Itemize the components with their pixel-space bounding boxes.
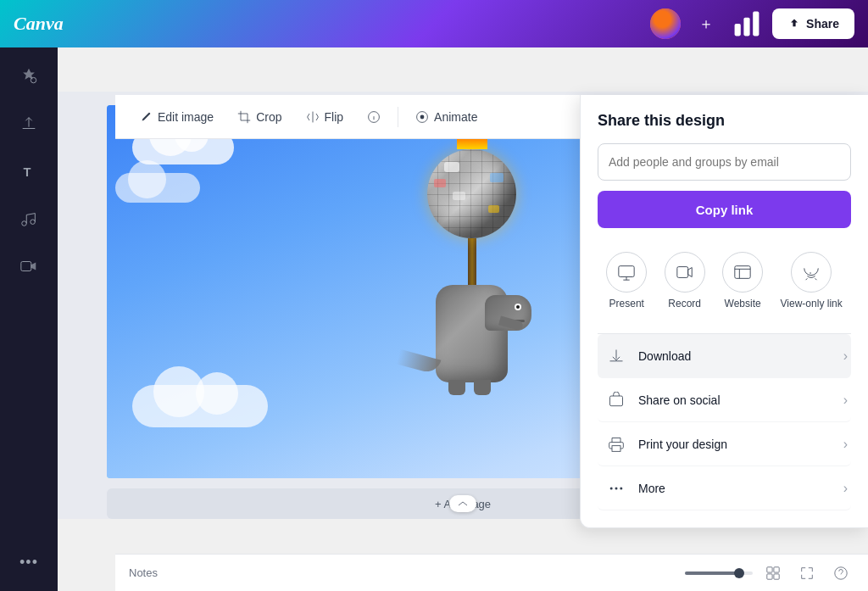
email-input[interactable] [598,143,851,181]
chevron-up-icon [458,500,468,507]
share-button[interactable]: Share [772,8,854,39]
more-icon-container [601,473,632,504]
add-collaborator-button[interactable]: ＋ [691,8,721,39]
download-label: Download [638,349,843,363]
music-icon [19,209,38,228]
svg-point-12 [835,566,847,578]
print-label: Print your design [638,438,843,451]
crop-button[interactable]: Crop [227,103,292,131]
print-icon [608,436,625,453]
record-icon-container [665,252,705,293]
main-layout: T ••• Edit image [0,47,868,591]
analytics-button[interactable] [732,8,762,39]
collapse-button[interactable] [449,495,476,512]
sidebar-item-uploads[interactable] [7,102,51,146]
share-icon [787,17,801,31]
present-option[interactable]: Present [599,245,654,316]
view-only-icon-container [791,252,832,293]
info-button[interactable] [357,103,391,131]
dino [431,285,512,382]
sidebar-item-elements[interactable] [7,54,51,98]
svg-rect-17 [612,445,620,451]
sidebar-item-audio[interactable] [7,197,51,241]
record-option[interactable]: Record [658,245,712,316]
copy-link-button[interactable]: Copy link [598,191,851,228]
website-label: Website [725,298,761,309]
elements-icon [19,67,38,86]
website-icon-container [722,252,763,293]
crop-icon [237,110,251,124]
svg-rect-2 [753,12,759,36]
share-social-row[interactable]: Share on social › [598,378,851,422]
share-panel: Share this design Copy link Present [580,95,868,528]
svg-point-20 [620,487,622,489]
avatar[interactable] [650,8,681,39]
animate-button[interactable]: Animate [405,103,487,131]
disco-ball [427,149,516,238]
help-icon [833,566,849,581]
edit-icon [139,110,153,124]
present-icon [617,263,636,282]
more-dots-icon [608,480,625,497]
editor-area: Edit image Crop Flip [58,47,868,591]
svg-rect-9 [774,566,779,571]
svg-point-3 [31,77,36,82]
download-row[interactable]: Download › [598,334,851,378]
print-row[interactable]: Print your design › [598,422,851,466]
view-only-icon [802,263,821,282]
fullscreen-button[interactable] [793,560,821,587]
website-option[interactable]: Website [715,245,770,316]
view-grid-button[interactable] [760,560,787,587]
sidebar: T ••• [0,47,58,591]
share-social-icon-container [601,385,632,415]
toolbar-divider [398,107,398,127]
flip-button[interactable]: Flip [296,103,354,131]
sidebar-more-button[interactable]: ••• [7,540,51,584]
zoom-thumb[interactable] [734,568,744,578]
avatar-image [650,8,681,39]
pole [468,238,476,285]
share-social-arrow: › [843,393,848,408]
share-rows: Download › Share on social › [598,333,851,510]
svg-rect-16 [610,396,623,406]
sidebar-item-text[interactable]: T [7,149,51,193]
view-only-label: View-only link [781,298,843,309]
record-icon [676,263,694,282]
more-row[interactable]: More › [598,466,851,510]
info-icon [367,110,381,124]
grid-icon [765,566,781,581]
download-icon-container [601,341,632,371]
sidebar-item-video[interactable] [7,244,51,288]
more-label: More [638,482,843,495]
share-title: Share this design [598,112,851,130]
print-icon-container [601,429,632,460]
svg-text:T: T [24,165,31,179]
figure [427,131,516,382]
svg-rect-10 [767,573,772,578]
svg-point-18 [610,487,613,489]
share-social-label: Share on social [638,393,843,407]
record-label: Record [668,298,701,309]
zoom-slider[interactable] [685,571,753,575]
help-button[interactable] [827,560,854,587]
share-social-icon [608,392,625,409]
svg-rect-15 [735,266,750,279]
view-only-option[interactable]: View-only link [774,245,849,316]
svg-rect-1 [743,18,749,36]
fullscreen-icon [799,566,815,581]
svg-point-7 [420,114,425,119]
video-icon [19,257,38,276]
text-icon: T [19,162,38,181]
download-icon [608,348,625,365]
svg-rect-8 [767,566,772,571]
website-icon [733,263,752,282]
topbar-right: ＋ Share [650,8,854,39]
uploads-icon [19,114,38,133]
svg-point-19 [615,487,618,489]
notes-label: Notes [129,566,158,579]
edit-image-button[interactable]: Edit image [129,103,224,131]
topbar: Canva ＋ Share [0,0,868,47]
zoom-control [685,571,753,575]
share-options-row: Present Record [598,245,851,316]
download-arrow: › [843,348,848,364]
